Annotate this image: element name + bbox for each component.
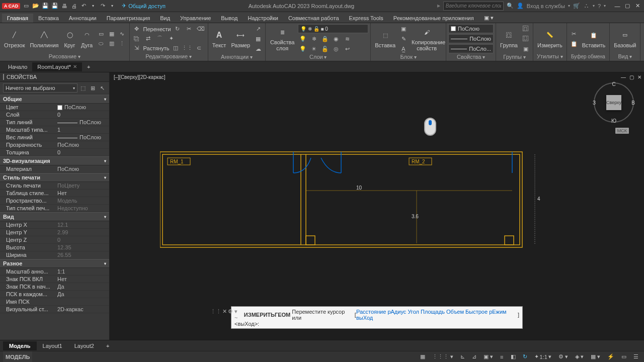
props-row[interactable]: ПрозрачностьПоСлою <box>0 141 109 149</box>
print-icon[interactable]: 🖨 <box>70 2 78 10</box>
cmd-option[interactable]: Угол <box>408 309 419 315</box>
undo-dd-icon[interactable]: ▾ <box>89 2 97 10</box>
props-row[interactable]: МатериалПоСлою <box>0 165 109 173</box>
move-icon[interactable]: ✥ <box>132 25 142 34</box>
measure-button[interactable]: 📏Измерить <box>535 28 565 49</box>
plot-icon[interactable]: 🖶 <box>60 2 68 10</box>
cmd-option[interactable]: Расстояние <box>356 309 386 315</box>
viewport-label[interactable]: [–][Сверху][2D-каркас] <box>114 74 166 80</box>
array-icon[interactable]: ⋮⋮ <box>182 44 192 53</box>
group-button[interactable]: ⿴Группа <box>498 28 520 49</box>
tab-express[interactable]: Express Tools <box>344 14 388 23</box>
panel-properties-title[interactable]: Свойства ▾ <box>448 53 494 60</box>
search-icon[interactable]: 🔍 <box>507 3 514 9</box>
signin-icon[interactable]: 👤 <box>517 3 524 9</box>
leader-icon[interactable]: ↗ <box>253 24 263 33</box>
help-icon[interactable]: ? <box>598 3 601 9</box>
cloud-icon[interactable]: ☁ <box>253 44 263 53</box>
matchprops-button[interactable]: 🖌Копирование свойств <box>410 25 444 52</box>
cut-icon[interactable]: ✂ <box>569 29 579 38</box>
ellipse-icon[interactable]: ⬭ <box>96 39 106 48</box>
snap-icon[interactable]: ⋮⋮⋮ ▾ <box>430 351 456 362</box>
tab-insert[interactable]: Вставка <box>33 14 64 23</box>
undo-icon[interactable]: ↶ <box>79 2 88 10</box>
iso-icon[interactable]: ◈ ▾ <box>573 351 586 362</box>
drawing-canvas[interactable]: [–][Сверху][2D-каркас] — ▢ ✕ С Ю В З Све… <box>110 72 644 340</box>
tab-addins[interactable]: Надстройки <box>243 14 283 23</box>
explode-icon[interactable]: ✦ <box>167 34 177 43</box>
fillet-icon[interactable]: ⌒ <box>155 34 165 43</box>
wcs-badge[interactable]: МСК <box>615 128 629 134</box>
redo-dd-icon[interactable]: ▾ <box>108 2 116 10</box>
polyline-button[interactable]: ╱╲Полилиния <box>28 28 60 49</box>
layout-tab-add[interactable]: + <box>100 341 115 350</box>
spline-icon[interactable]: ∿ <box>117 29 127 38</box>
hw-icon[interactable]: ⚡ <box>605 351 617 362</box>
viewport-close-icon[interactable]: ✕ <box>636 73 643 80</box>
viewcube-e[interactable]: В <box>631 100 635 106</box>
cycling-icon[interactable]: ↻ <box>520 351 530 362</box>
layout-tab-2[interactable]: Layout2 <box>68 341 100 350</box>
layer-thaw-icon[interactable]: ☀ <box>309 44 319 53</box>
layer-combo[interactable]: 💡 ❄ 🔓 ■ 0 <box>298 24 368 33</box>
model-space-button[interactable]: МОДЕЛЬ <box>3 351 32 362</box>
panel-modify-title[interactable]: Редактирование ▾ <box>132 53 206 60</box>
tab-featured[interactable]: Рекомендованные приложения <box>388 14 479 23</box>
tab-roomlayout[interactable]: RoomLayout*✕ <box>32 62 82 71</box>
props-row[interactable]: Пространство...Модель <box>0 197 109 205</box>
props-row[interactable]: Тип стилей печ...Недоступно <box>0 205 109 212</box>
trim-icon[interactable]: ✂ <box>184 25 194 34</box>
props-row[interactable]: Визуальный ст...2D-каркас <box>0 306 109 313</box>
select-obj-icon[interactable]: ↖ <box>98 83 106 93</box>
maximize-button[interactable]: ▢ <box>623 2 632 10</box>
props-row[interactable]: Знак ПСК ВКЛНет <box>0 276 109 283</box>
group-bb-icon[interactable]: ▣ <box>521 44 531 53</box>
linetype-combo[interactable]: ПоСло... <box>448 44 494 53</box>
edit-block-icon[interactable]: ✎ <box>398 34 409 43</box>
base-view-button[interactable]: ▭Базовый <box>612 28 638 49</box>
pickadd-icon[interactable]: ⊞ <box>89 83 97 93</box>
props-row[interactable]: ЦветПоСлою <box>0 104 109 111</box>
color-combo[interactable]: ПоСлою <box>448 24 494 33</box>
panel-draw-title[interactable]: Рисование ▾ <box>2 53 127 60</box>
cmd-option[interactable]: рЕжим <box>489 309 507 315</box>
dimension-button[interactable]: ⟷Размер <box>229 28 252 49</box>
copy-icon[interactable]: ⿻ <box>132 34 142 43</box>
clean-icon[interactable]: ▭ <box>619 351 629 362</box>
viewcube-top[interactable]: Сверху <box>606 95 621 110</box>
scale-icon[interactable]: ◫ <box>171 44 181 53</box>
gear-icon[interactable]: ⚙ ▾ <box>556 351 571 362</box>
transparency-icon[interactable]: ◧ <box>508 351 518 362</box>
polar-icon[interactable]: ⊿ <box>469 351 479 362</box>
point-icon[interactable]: ⋮ <box>117 39 127 48</box>
share-link[interactable]: ✈ Общий доступ <box>122 3 166 9</box>
layer-freeze-icon[interactable]: ❄ <box>309 34 319 43</box>
circle-button[interactable]: ◯Круг <box>62 28 78 49</box>
layer-off-icon[interactable]: 💡 <box>298 34 308 43</box>
copy-clip-icon[interactable]: 📋 <box>569 39 579 48</box>
viewcube-n[interactable]: С <box>612 81 615 87</box>
paste-button[interactable]: 📋Вставить <box>580 28 608 49</box>
ws-icon[interactable]: ▦ ▾ <box>588 351 603 362</box>
cmd-grip-icon[interactable]: ⋮⋮ <box>210 308 221 315</box>
table-annot-icon[interactable]: ▦ <box>253 34 263 43</box>
props-row[interactable]: Таблица стиле...Нет <box>0 190 109 197</box>
props-section-view[interactable]: Вид▾ <box>0 212 109 221</box>
props-row[interactable]: Толщина0 <box>0 149 109 156</box>
lineweight-combo[interactable]: ПоСлою <box>448 34 494 43</box>
cmd-settings-icon[interactable]: ⚙ <box>228 308 233 315</box>
layer-match-icon[interactable]: ≋ <box>342 34 352 43</box>
selection-combo[interactable]: Ничего не выбрано▾ <box>3 83 77 93</box>
table-icon[interactable]: ▥ <box>107 39 117 48</box>
tab-view[interactable]: Вид <box>155 14 175 23</box>
attr-icon[interactable]: A̲ <box>398 44 409 53</box>
layer-iso-icon[interactable]: ◉ <box>331 34 341 43</box>
viewport-minimize-icon[interactable]: — <box>620 73 627 80</box>
erase-icon[interactable]: ⌫ <box>196 25 206 34</box>
tab-collab[interactable]: Совместная работа <box>283 14 344 23</box>
rotate-icon[interactable]: ↻ <box>173 25 183 34</box>
props-section-general[interactable]: Общие▾ <box>0 95 109 104</box>
cmd-option[interactable]: Быстрое <box>465 309 488 315</box>
tab-extra-icon[interactable]: ▣ ▾ <box>479 13 499 23</box>
props-row[interactable]: Масштаб анно...1:1 <box>0 268 109 276</box>
